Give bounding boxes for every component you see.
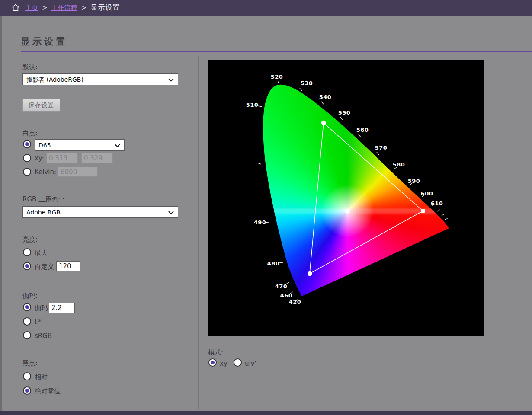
- wavelength-tick: [258, 163, 261, 164]
- wavelength-tick: [258, 106, 262, 107]
- white-point-label: 白点:: [22, 129, 38, 137]
- breadcrumb-separator: >: [42, 4, 48, 12]
- wavelength-tick: [296, 299, 298, 301]
- wavelength-tick: [359, 134, 361, 137]
- wavelength-tick: [285, 282, 289, 284]
- gamma-value-radio[interactable]: [23, 303, 31, 311]
- black-point-absolute-radio[interactable]: [23, 386, 31, 395]
- green-primary-marker: [321, 121, 326, 125]
- save-settings-button[interactable]: 保存设置: [22, 99, 60, 112]
- brightness-custom-input[interactable]: [56, 261, 80, 271]
- gamut-overlay: [208, 60, 484, 336]
- mode-uv-radio[interactable]: [234, 358, 242, 367]
- wavelength-tick: [422, 195, 424, 197]
- gamma-srgb-label: sRGB: [35, 332, 52, 340]
- white-point-x-input[interactable]: [46, 153, 78, 163]
- blue-primary-marker: [308, 271, 312, 276]
- brightness-max-label: 最大: [35, 249, 48, 257]
- brightness-custom-radio[interactable]: [23, 262, 31, 270]
- breadcrumb-separator: >: [81, 4, 87, 12]
- kelvin-input[interactable]: [58, 167, 98, 177]
- wavelength-tick: [394, 167, 397, 169]
- gamma-value-input[interactable]: [49, 303, 75, 313]
- wavelength-tick: [445, 218, 448, 220]
- gamma-lstar-radio[interactable]: [23, 317, 31, 326]
- title-underline: [21, 51, 532, 52]
- red-primary-marker: [421, 209, 425, 213]
- wavelength-tick: [265, 222, 269, 223]
- white-point-xy-radio[interactable]: [23, 154, 31, 162]
- gamma-value-label: 伽玛: [35, 304, 48, 312]
- white-point-select[interactable]: D65: [35, 140, 124, 150]
- brightness-max-radio[interactable]: [23, 248, 31, 256]
- black-point-absolute-label: 绝对零位: [35, 387, 61, 396]
- brightness-custom-label: 自定义: [35, 263, 54, 271]
- white-point-select-wrapper: D65: [35, 139, 125, 151]
- chromaticity-diagram: 5205305405505605705805906006105104904804…: [208, 60, 484, 336]
- wavelength-tick: [437, 210, 440, 211]
- wavelength-tick: [290, 292, 293, 294]
- rgb-primaries-select[interactable]: Adobe RGB: [23, 207, 178, 217]
- bottom-bar: [0, 411, 532, 415]
- breadcrumb-current: 显示设置: [90, 3, 120, 13]
- gamma-lstar-label: L*: [35, 318, 42, 326]
- preset-select[interactable]: 摄影者 (AdobeRGB): [23, 74, 178, 85]
- black-point-label: 黑点:: [22, 359, 38, 367]
- left-edge-strip: [0, 16, 2, 411]
- white-point-y-input[interactable]: [81, 153, 113, 163]
- xy-label: xy:: [35, 154, 44, 162]
- panel-divider: [198, 56, 199, 409]
- breadcrumb: 主页 > 工作流程 > 显示设置: [0, 0, 532, 16]
- display-settings-page: 主页 > 工作流程 > 显示设置 显示设置 默认: 摄影者 (AdobeRGB)…: [0, 0, 532, 415]
- mode-xy-label: xy: [220, 360, 228, 367]
- preset-select-wrapper: 摄影者 (AdobeRGB): [22, 73, 178, 85]
- wavelength-tick: [377, 152, 379, 155]
- gamma-srgb-radio[interactable]: [23, 331, 31, 339]
- white-point-kelvin-radio[interactable]: [23, 168, 31, 176]
- mode-uv-label: u'v': [245, 360, 256, 367]
- gamma-label: 伽玛:: [22, 292, 38, 300]
- wavelength-tick: [410, 183, 412, 185]
- rgb-primaries-label: RGB 三原色: :: [22, 195, 64, 204]
- kelvin-label: Kelvin:: [35, 168, 56, 176]
- default-label: 默认:: [22, 63, 38, 71]
- white-point-marker: [345, 209, 350, 214]
- home-icon[interactable]: [11, 3, 20, 12]
- white-point-preset-radio[interactable]: [23, 140, 31, 148]
- wavelength-tick: [278, 81, 279, 84]
- breadcrumb-link-workflow[interactable]: 工作流程: [51, 4, 77, 12]
- wavelength-tick: [279, 262, 283, 263]
- breadcrumb-link-home[interactable]: 主页: [25, 4, 38, 12]
- black-point-relative-radio[interactable]: [23, 372, 31, 380]
- wavelength-tick: [300, 88, 302, 91]
- wavelength-tick: [432, 204, 434, 206]
- gamut-triangle: [310, 123, 423, 274]
- black-point-relative-label: 相对: [35, 373, 48, 381]
- mode-xy-radio[interactable]: [208, 358, 217, 367]
- page-title: 显示设置: [21, 35, 67, 48]
- wavelength-tick: [321, 102, 324, 104]
- mode-label: 模式:: [208, 348, 223, 357]
- wavelength-tick: [442, 214, 444, 216]
- rgb-primaries-select-wrapper: Adobe RGB: [22, 206, 178, 218]
- wavelength-tick: [340, 117, 343, 120]
- brightness-label: 亮度:: [22, 236, 38, 244]
